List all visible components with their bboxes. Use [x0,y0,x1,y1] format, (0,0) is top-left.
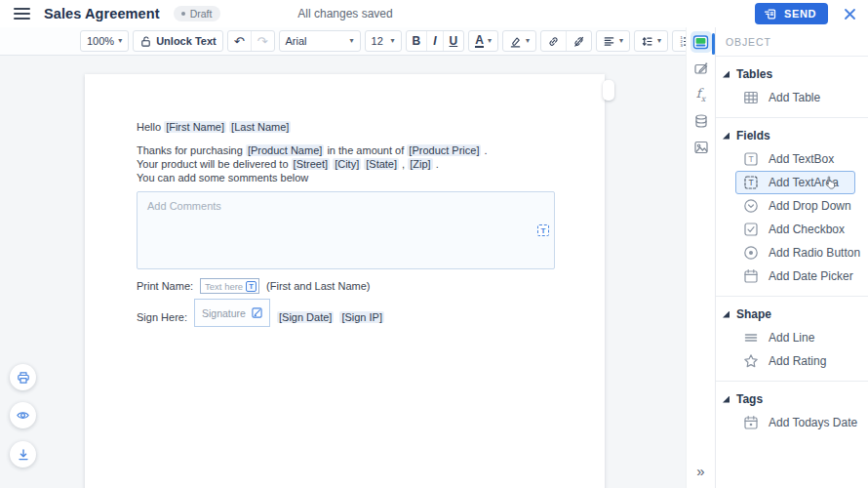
chevron-down-icon: ▾ [350,37,354,45]
download-icon [17,448,30,462]
text-color-button[interactable]: A ▾ [469,31,497,51]
image-icon [693,140,709,155]
preview-button[interactable] [10,402,36,428]
section-fields: Fields T Add TextBox T Add TextArea [716,118,868,297]
font-family-select[interactable]: Arial ▾ [280,31,360,51]
object-panel: OBJECT Tables Add Table Fields [715,27,868,488]
section-expand-triangle-icon [723,71,730,78]
rail-tab-formula[interactable]: fx [690,84,712,105]
send-button[interactable]: SEND [755,3,828,24]
bold-button[interactable]: B [407,31,427,51]
link-icon [547,35,560,48]
paragraph-greeting: Hello [First Name] [Last Name] [137,120,605,134]
status-badge-label: Draft [190,8,213,20]
download-button[interactable] [10,441,36,468]
editor-area: 100% ▾ Unlock Text ↶ ↷ [0,27,686,488]
merge-token-sign-date[interactable]: [Sign Date] [277,311,334,323]
print-name-textbox-field[interactable]: Text here T [200,278,259,294]
rail-tab-data[interactable] [690,110,712,132]
close-icon[interactable] [844,8,856,20]
unlock-text-label: Unlock Text [156,35,217,47]
undo-button[interactable]: ↶ [228,31,251,51]
line-spacing-icon [641,35,653,48]
add-textbox-item[interactable]: T Add TextBox [716,147,868,171]
lock-open-icon [139,35,152,48]
section-header-tables[interactable]: Tables [716,62,868,86]
collapse-panel-chevron-icon[interactable]: » [687,464,715,478]
svg-text:3: 3 [680,42,683,47]
section-header-shape[interactable]: Shape [716,303,868,326]
comments-textarea-field[interactable]: Add Comments T [137,191,555,269]
item-label: Add TextBox [769,152,834,166]
signature-field[interactable]: Signature [194,299,270,327]
zoom-value: 100% [87,35,114,47]
document-page[interactable]: Hello [First Name] [Last Name] Thanks fo… [85,74,605,488]
svg-text:T: T [748,178,753,187]
add-todays-date-item[interactable]: Add Todays Date [716,411,868,434]
section-header-fields[interactable]: Fields [716,124,868,147]
panel-title: OBJECT [716,27,868,57]
chevron-down-icon: ▾ [657,37,661,45]
section-tables: Tables Add Table [716,57,868,118]
italic-button[interactable]: I [426,31,442,51]
document-editor-app: Sales Agreement Draft All changes saved … [0,0,868,488]
merge-token-state[interactable]: [State] [364,158,399,170]
zoom-select[interactable]: 100% ▾ [81,31,128,51]
status-badge: Draft [174,6,221,21]
print-name-hint: (First and Last Name) [266,280,370,292]
redo-button[interactable]: ↷ [251,31,274,51]
merge-token-sign-ip[interactable]: [Sign IP] [339,311,384,323]
paragraph-purchase: Thanks for purchasing [Product Name] in … [137,143,605,157]
merge-token-street[interactable]: [Street] [292,158,330,170]
font-size-select[interactable]: 12 ▾ [366,31,401,51]
line-spacing-button[interactable]: ▾ [635,31,667,51]
section-expand-triangle-icon [723,396,730,403]
add-table-item[interactable]: Add Table [716,86,868,109]
italic-label: I [433,34,436,48]
rail-tab-image[interactable] [690,137,712,158]
add-rating-item[interactable]: Add Rating [716,349,868,373]
sign-here-label: Sign Here: [137,311,187,323]
highlight-color-button[interactable]: ▾ [503,31,535,51]
item-label: Add Checkbox [769,223,845,236]
unlock-text-button[interactable]: Unlock Text [134,31,222,51]
section-header-tags[interactable]: Tags [716,387,868,411]
underline-label: U [450,34,458,48]
radio-button-icon [743,245,759,261]
merge-token-product-price[interactable]: [Product Price] [407,144,481,156]
add-date-picker-item[interactable]: Add Date Picker [716,264,868,288]
merge-token-last-name[interactable]: [Last Name] [229,121,291,133]
merge-token-first-name[interactable]: [First Name] [164,121,226,133]
add-checkbox-item[interactable]: Add Checkbox [716,218,868,241]
insert-link-button[interactable] [541,31,566,51]
align-button[interactable]: ▾ [597,31,629,51]
status-dot-icon [181,12,185,16]
hamburger-menu-icon[interactable] [14,8,30,20]
item-label: Add Drop Down [769,199,851,213]
send-button-label: SEND [784,8,816,20]
rail-tab-object[interactable] [690,31,712,53]
active-tab-indicator [712,33,715,55]
print-button[interactable] [10,364,36,390]
item-label: Add Date Picker [769,269,853,283]
add-line-item[interactable]: Add Line [716,326,868,349]
merge-token-city[interactable]: [City] [333,158,361,170]
canvas-scrollbar-thumb[interactable] [603,80,614,101]
remove-link-button[interactable] [566,31,591,51]
ordered-list-button[interactable]: 123 [673,31,686,51]
section-title: Shape [736,307,771,321]
undo-icon: ↶ [234,34,245,49]
rail-tab-signature[interactable] [690,58,712,79]
merge-token-product-name[interactable]: [Product Name] [246,144,324,156]
section-title: Fields [736,129,770,142]
merge-token-zip[interactable]: [Zip] [408,158,432,170]
signature-placeholder: Signature [202,307,246,319]
add-radio-button-item[interactable]: Add Radio Button [716,241,868,264]
add-textarea-item[interactable]: T Add TextArea [735,171,855,194]
align-left-icon [603,35,615,48]
svg-text:T: T [748,154,753,164]
print-name-label: Print Name: [137,280,193,292]
underline-button[interactable]: U [443,31,464,51]
textbox-icon: T [743,151,759,167]
add-dropdown-item[interactable]: Add Drop Down [716,194,868,218]
